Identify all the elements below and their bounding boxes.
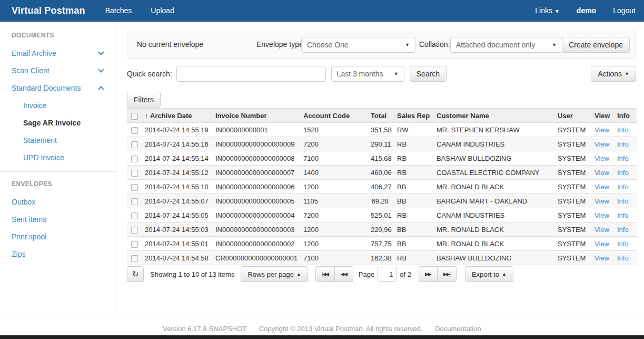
nav-links-dropdown[interactable]: Links▼ <box>527 6 568 15</box>
refresh-button[interactable]: ↻ <box>127 266 144 282</box>
column-header-invoice-number[interactable]: Invoice Number <box>211 109 299 123</box>
sidebar-item-print-spool[interactable]: Print spool <box>0 228 116 245</box>
nav-username[interactable]: demo <box>568 6 605 15</box>
info-link[interactable]: Info <box>617 240 629 248</box>
row-checkbox[interactable] <box>131 255 138 262</box>
collation-select[interactable]: Attached document only ▼ <box>450 37 562 53</box>
view-link[interactable]: View <box>595 226 609 234</box>
previous-page-button[interactable]: ◀◀ <box>334 266 353 282</box>
view-link[interactable]: View <box>595 183 609 191</box>
footer-documentation-link[interactable]: Documentation <box>435 325 481 333</box>
info-link[interactable]: Info <box>617 211 629 219</box>
app-brand[interactable]: Virtual Postman <box>0 5 96 16</box>
info-link[interactable]: Info <box>617 154 629 162</box>
row-checkbox[interactable] <box>131 198 138 205</box>
cell-total: 406,27 <box>366 180 393 194</box>
cell-archive-date: 2014-07-24 14:54:58 <box>141 251 211 265</box>
row-checkbox[interactable] <box>131 184 138 191</box>
quick-search-input[interactable] <box>176 66 326 82</box>
sidebar-item-upd-invoice[interactable]: UPD Invoice <box>0 149 116 166</box>
create-envelope-button[interactable]: Create envelope <box>562 37 630 53</box>
sidebar-item-scan-client[interactable]: Scan Client <box>0 62 116 79</box>
select-all-checkbox[interactable] <box>131 113 138 120</box>
caret-up-icon: ▲ <box>296 272 301 277</box>
info-link[interactable]: Info <box>617 140 629 148</box>
view-link[interactable]: View <box>595 140 609 148</box>
info-link[interactable]: Info <box>617 254 629 262</box>
page-of-label: of 2 <box>400 270 411 278</box>
cell-sales-rep: RB <box>393 151 432 166</box>
view-link[interactable]: View <box>595 240 609 248</box>
row-checkbox[interactable] <box>131 241 138 248</box>
view-link[interactable]: View <box>595 197 609 205</box>
sidebar-item-sage-ar-invoice[interactable]: Sage AR Invoice <box>0 114 116 131</box>
info-link[interactable]: Info <box>617 183 629 191</box>
page-number-input[interactable] <box>378 267 397 282</box>
info-link[interactable]: Info <box>617 169 629 177</box>
cell-customer-name: BARGAIN MART - OAKLAND <box>432 194 553 208</box>
view-link[interactable]: View <box>595 169 609 177</box>
sidebar-item-sent-items[interactable]: Sent items <box>0 210 116 228</box>
info-link[interactable]: Info <box>617 126 629 134</box>
view-link[interactable]: View <box>595 211 609 219</box>
nav-batches[interactable]: Batches <box>96 6 142 15</box>
quick-search-label: Quick search: <box>127 70 172 78</box>
pagination-back-group: |◀◀ ◀◀ <box>315 266 353 282</box>
cell-customer-name: MR. STEPHEN KERSHAW <box>432 123 553 137</box>
rows-per-page-button[interactable]: Rows per page ▲ <box>241 266 308 282</box>
search-button[interactable]: Search <box>410 66 447 82</box>
cell-invoice-number: IN0000000000000000008 <box>211 151 299 166</box>
row-checkbox[interactable] <box>131 127 138 134</box>
cell-sales-rep: BB <box>393 194 432 208</box>
nav-upload[interactable]: Upload <box>141 6 183 15</box>
view-link[interactable]: View <box>595 126 609 134</box>
info-link[interactable]: Info <box>617 197 629 205</box>
cell-archive-date: 2014-07-24 14:55:05 <box>141 208 211 222</box>
cell-customer-name: CANAM INDUSTRIES <box>432 208 553 222</box>
next-page-button[interactable]: ▶▶ <box>419 266 438 282</box>
column-header-total[interactable]: Total <box>366 109 393 123</box>
rows-per-page-label: Rows per page <box>247 270 293 278</box>
row-checkbox[interactable] <box>131 141 138 148</box>
nav-logout[interactable]: Logout <box>605 6 644 15</box>
row-checkbox[interactable] <box>131 227 138 234</box>
envelope-type-select[interactable]: Choose One ▼ <box>301 37 415 53</box>
cell-sales-rep: BB <box>393 180 432 194</box>
cell-account-code: 7200 <box>299 137 366 151</box>
first-page-button[interactable]: |◀◀ <box>315 266 335 282</box>
row-checkbox-cell <box>127 251 141 265</box>
sidebar-item-standard-documents[interactable]: Standard Documents <box>0 79 116 96</box>
sidebar-divider <box>0 171 116 172</box>
column-header-archive-date[interactable]: ↑Archive Date <box>141 109 211 123</box>
period-select[interactable]: Last 3 months ▼ <box>331 66 404 82</box>
sidebar-heading-documents: DOCUMENTS <box>0 30 116 44</box>
last-page-button[interactable]: ▶▶| <box>437 266 457 282</box>
export-to-button[interactable]: Export to ▲ <box>465 266 513 282</box>
cell-customer-name: MR. RONALD BLACK <box>432 180 553 194</box>
footer: Version 6.17.8-SNAPSHOT Copyright © 2013… <box>0 325 644 333</box>
row-checkbox[interactable] <box>131 170 138 177</box>
view-link[interactable]: View <box>595 254 609 262</box>
table-row: 2014-07-24 14:55:03 IN000000000000000000… <box>127 222 637 237</box>
sidebar-item-statement[interactable]: Statement <box>0 131 116 149</box>
cell-invoice-number: CR0000000000000000001 <box>211 251 299 265</box>
row-checkbox[interactable] <box>131 212 138 219</box>
cell-total: 290,11 <box>366 137 393 151</box>
sidebar-item-outbox[interactable]: Outbox <box>0 193 116 210</box>
collation-value: Attached document only <box>456 41 535 49</box>
sidebar-item-zips[interactable]: Zips <box>0 245 116 263</box>
chevron-up-icon <box>98 86 104 92</box>
column-header-customer-name[interactable]: Customer Name <box>432 109 553 123</box>
sidebar-heading-envelopes: ENVELOPES <box>0 178 116 193</box>
column-header-account-code[interactable]: Account Code <box>299 109 366 123</box>
filters-button[interactable]: Filters <box>127 92 161 108</box>
row-checkbox[interactable] <box>131 156 138 162</box>
sidebar-item-invoice[interactable]: Invoice <box>0 96 116 114</box>
column-header-user[interactable]: User <box>553 109 590 123</box>
navbar-right: Links▼ demo Logout <box>527 6 644 15</box>
column-header-sales-rep[interactable]: Sales Rep <box>393 109 432 123</box>
sidebar-item-email-archive[interactable]: Email Archive <box>0 44 116 62</box>
view-link[interactable]: View <box>595 154 609 162</box>
actions-button[interactable]: Actions ▼ <box>591 66 636 82</box>
info-link[interactable]: Info <box>617 226 629 234</box>
